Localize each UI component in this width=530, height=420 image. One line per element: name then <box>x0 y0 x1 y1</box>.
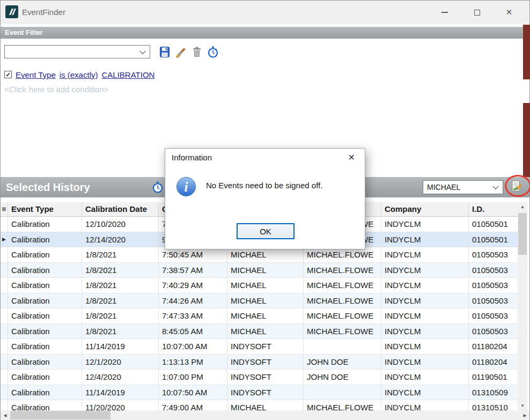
cell-id: 01310510 <box>469 400 518 410</box>
cell-id: 01050501 <box>469 217 518 232</box>
cell-date: 12/10/2020 <box>82 217 159 232</box>
svg-text:i: i <box>185 180 188 194</box>
vertical-scroll-thumb[interactable] <box>518 213 527 255</box>
dialog-close-button[interactable]: ✕ <box>345 149 358 166</box>
row-marker <box>1 278 8 293</box>
user-combo[interactable]: MICHAEL <box>423 180 503 194</box>
cell-id: 01190501 <box>469 370 518 385</box>
right-edge-strip <box>523 25 530 79</box>
cell-event-type: Calibration <box>8 293 82 309</box>
table-row-partial[interactable]: Calibration 11/20/2020 7:49:00 AM MICHAE… <box>1 400 518 410</box>
title-bar: EventFinder ✕ <box>1 1 529 24</box>
cell-date: 1/8/2021 <box>82 263 159 278</box>
cell-name: MICHAEL.FLOWE <box>304 308 381 324</box>
cell-event-type: Calibration <box>8 339 82 355</box>
cell-name: MICHAEL.FLOWE <box>304 263 381 278</box>
filter-combo[interactable] <box>4 45 150 58</box>
selected-history-timer-icon[interactable] <box>152 181 164 193</box>
close-button[interactable]: ✕ <box>493 1 525 24</box>
cell-name: MICHAEL.FLOWE <box>304 278 381 293</box>
column-header-calibration-date[interactable]: Calibration Date <box>82 202 159 216</box>
app-logo-icon <box>5 5 18 18</box>
clear-filter-brush-icon[interactable] <box>175 46 187 58</box>
horizontal-scroll-thumb[interactable] <box>10 411 111 419</box>
row-marker <box>1 263 8 278</box>
column-menu-icon[interactable]: ≣ <box>1 202 8 216</box>
cell-date: 11/20/2020 <box>82 400 159 410</box>
user-combo-value: MICHAEL <box>427 181 460 194</box>
table-row[interactable]: Calibration 11/14/2019 10:07:50 AM INDYS… <box>1 385 518 401</box>
window-title: EventFinder <box>22 1 65 24</box>
maximize-button[interactable] <box>461 1 493 24</box>
condition-field-link[interactable]: Event Type <box>16 70 56 79</box>
table-row[interactable]: Calibration 1/8/2021 7:38:57 AM MICHAEL … <box>1 263 518 278</box>
cell-date: 1/8/2021 <box>82 293 159 309</box>
info-icon: i <box>176 176 196 197</box>
minimize-icon <box>441 12 448 13</box>
cell-id: 01050503 <box>469 247 518 263</box>
cell-date: 12/4/2020 <box>82 370 159 385</box>
table-row[interactable]: Calibration 12/1/2020 1:13:13 PM INDYSOF… <box>1 355 518 370</box>
scroll-down-arrow-icon[interactable]: ▼ <box>518 401 527 410</box>
table-row[interactable]: Calibration 1/8/2021 7:50:45 AM MICHAEL … <box>1 247 518 263</box>
cell-event-type: Calibration <box>8 324 82 340</box>
table-vertical-scrollbar[interactable]: ▲ ▼ <box>518 202 527 410</box>
condition-checkbox[interactable]: ✓ <box>4 71 12 78</box>
column-header-event-type[interactable]: Event Type <box>8 202 82 216</box>
cell-time: 10:07:00 AM <box>159 339 227 355</box>
row-marker <box>1 324 8 340</box>
row-marker <box>1 247 8 263</box>
cell-company: INDYCLM <box>381 232 469 248</box>
cell-date: 11/14/2019 <box>82 339 159 355</box>
ok-button[interactable]: OK <box>237 223 295 239</box>
cell-id: 01050503 <box>469 324 518 340</box>
cell-name: JOHN DOE <box>304 370 381 385</box>
scroll-up-arrow-icon[interactable]: ▲ <box>518 202 527 211</box>
information-dialog: Information ✕ i No Events need to be sig… <box>165 148 365 249</box>
minimize-button[interactable] <box>429 1 461 24</box>
dialog-message: No Events need to be signed off. <box>206 181 322 190</box>
cell-user: INDYSOFT <box>227 370 304 385</box>
condition-value-link[interactable]: CALIBRATION <box>101 70 154 79</box>
add-condition-link[interactable]: <Click here to add condition> <box>4 85 108 94</box>
row-marker <box>1 217 8 232</box>
cell-date: 1/8/2021 <box>82 278 159 293</box>
save-filter-button[interactable] <box>159 46 171 58</box>
cell-name: JOHN DOE <box>304 355 381 370</box>
event-filter-header: Event Filter <box>1 27 529 39</box>
cell-date: 12/14/2020 <box>82 232 159 248</box>
table-row[interactable]: Calibration 11/14/2019 10:07:00 AM INDYS… <box>1 339 518 355</box>
cell-date: 11/14/2019 <box>82 385 159 401</box>
table-row[interactable]: Calibration 12/4/2020 1:07:00 PM INDYSOF… <box>1 370 518 385</box>
cell-event-type: Calibration <box>8 385 82 401</box>
check-icon: ✓ <box>5 71 10 78</box>
scroll-left-arrow-icon[interactable]: ◀ <box>1 410 10 420</box>
cell-user: INDYSOFT <box>227 339 304 355</box>
cell-event-type: Calibration <box>8 278 82 293</box>
cell-user: MICHAEL <box>227 400 304 410</box>
table-row[interactable]: Calibration 1/8/2021 7:44:26 AM MICHAEL … <box>1 293 518 309</box>
cell-company: INDYCLM <box>381 247 469 263</box>
cell-company: INDYCLM <box>381 293 469 309</box>
table-row[interactable]: Calibration 1/8/2021 7:47:33 AM MICHAEL … <box>1 308 518 324</box>
cell-id: 01050501 <box>469 232 518 248</box>
condition-operator-link[interactable]: is (exactly) <box>60 70 98 79</box>
cell-user: MICHAEL <box>227 293 304 309</box>
delete-filter-trash-icon[interactable] <box>191 46 203 58</box>
scroll-right-arrow-icon[interactable]: ▶ <box>520 410 529 420</box>
dialog-title: Information <box>172 149 212 166</box>
cell-name <box>304 385 381 401</box>
cell-user: INDYSOFT <box>227 385 304 401</box>
cell-id: 01180204 <box>469 355 518 370</box>
column-header-id[interactable]: I.D. <box>469 202 518 216</box>
chevron-down-icon <box>492 183 498 189</box>
table-horizontal-scrollbar[interactable]: ◀ ▶ <box>1 410 529 420</box>
sign-off-events-button[interactable] <box>510 180 523 193</box>
cell-time: 1:07:00 PM <box>159 370 227 385</box>
table-row[interactable]: Calibration 1/8/2021 7:40:29 AM MICHAEL … <box>1 278 518 293</box>
column-header-company[interactable]: Company <box>381 202 469 216</box>
row-marker <box>1 385 8 401</box>
cell-name: MICHAEL.FLOWE <box>304 400 381 410</box>
table-row[interactable]: Calibration 1/8/2021 8:45:05 AM MICHAEL … <box>1 324 518 340</box>
history-timer-icon[interactable] <box>207 46 219 58</box>
